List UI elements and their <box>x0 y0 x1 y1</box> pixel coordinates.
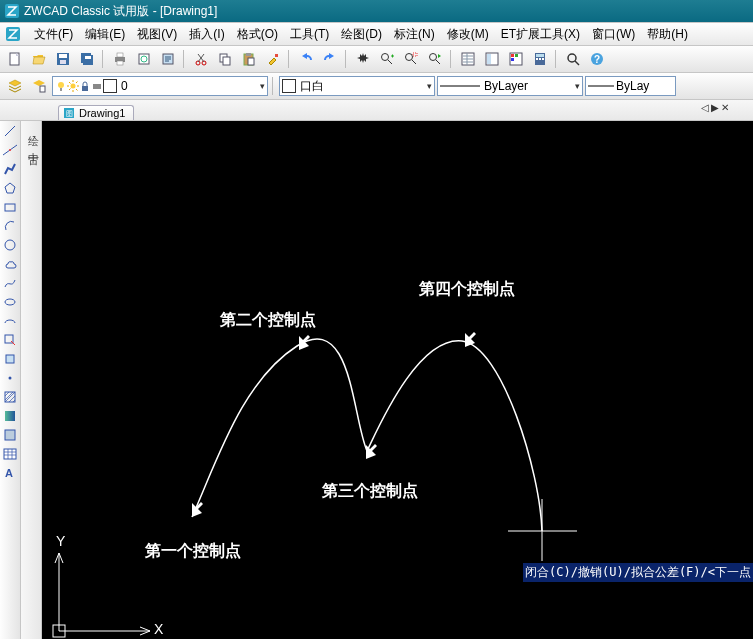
spline-icon[interactable] <box>2 275 18 291</box>
svg-rect-20 <box>246 53 251 56</box>
separator <box>288 50 291 68</box>
svg-point-43 <box>58 82 64 88</box>
svg-rect-4 <box>59 54 67 58</box>
revcloud-icon[interactable] <box>2 256 18 272</box>
svg-rect-42 <box>40 86 45 92</box>
table-icon[interactable] <box>2 446 18 462</box>
circle-icon[interactable] <box>2 237 18 253</box>
undo-icon[interactable] <box>295 48 317 70</box>
polygon-icon[interactable] <box>2 180 18 196</box>
xline-icon[interactable] <box>2 142 18 158</box>
drawing-canvas[interactable]: 第一个控制点 第二个控制点 第三个控制点 第四个控制点 Y X 闭合(C)/撤销… <box>42 121 753 639</box>
preview-icon[interactable] <box>133 48 155 70</box>
svg-rect-37 <box>539 58 541 60</box>
label-cp4: 第四个控制点 <box>419 279 515 300</box>
publish-icon[interactable] <box>157 48 179 70</box>
label-cp2: 第二个控制点 <box>220 310 316 331</box>
menu-tools[interactable]: 工具(T) <box>284 24 335 45</box>
menu-insert[interactable]: 插入(I) <box>183 24 230 45</box>
tab-next-icon[interactable]: ▶ <box>711 102 719 113</box>
arc-icon[interactable] <box>2 218 18 234</box>
properties-icon[interactable] <box>457 48 479 70</box>
ellipse-icon[interactable] <box>2 294 18 310</box>
svg-text:?: ? <box>594 54 600 65</box>
rectangle-icon[interactable] <box>2 199 18 215</box>
zoom-realtime-icon[interactable] <box>376 48 398 70</box>
cut-icon[interactable] <box>190 48 212 70</box>
menu-help[interactable]: 帮助(H) <box>641 24 694 45</box>
layer-combo[interactable]: 0 ▾ <box>52 76 268 96</box>
insert-icon[interactable] <box>2 332 18 348</box>
window-title: ZWCAD Classic 试用版 - [Drawing1] <box>24 3 217 20</box>
separator <box>272 77 275 95</box>
hatch-icon[interactable] <box>2 389 18 405</box>
layer-toolbar: 0 ▾ 口白 ▾ ByLayer ▾ ByLay <box>0 73 753 100</box>
copy-icon[interactable] <box>214 48 236 70</box>
svg-point-62 <box>9 377 12 380</box>
ellipsearc-icon[interactable] <box>2 313 18 329</box>
svg-point-24 <box>406 54 413 61</box>
svg-point-45 <box>71 84 76 89</box>
app-logo-icon <box>4 3 20 19</box>
axis-x-label: X <box>154 621 163 637</box>
zoom-window-icon[interactable] <box>400 48 422 70</box>
gradient-icon[interactable] <box>2 408 18 424</box>
region-icon[interactable] <box>2 427 18 443</box>
open-icon[interactable] <box>28 48 50 70</box>
menu-et[interactable]: ET扩展工具(X) <box>495 24 586 45</box>
toolpalette-icon[interactable] <box>505 48 527 70</box>
redo-icon[interactable] <box>319 48 341 70</box>
axis-y-label: Y <box>56 533 65 549</box>
menu-format[interactable]: 格式(O) <box>231 24 284 45</box>
menu-modify[interactable]: 修改(M) <box>441 24 495 45</box>
layerstate-icon[interactable] <box>28 75 50 97</box>
tab-close-icon[interactable]: ✕ <box>721 102 729 113</box>
help-icon[interactable]: ? <box>586 48 608 70</box>
svg-rect-66 <box>4 449 16 459</box>
pline-icon[interactable] <box>2 161 18 177</box>
svg-rect-5 <box>60 60 66 64</box>
mtext-icon[interactable]: A <box>2 465 18 481</box>
svg-rect-61 <box>6 355 14 363</box>
doc-tab[interactable]: 图 Drawing1 <box>58 105 134 120</box>
tab-prev-icon[interactable]: ◁ <box>701 102 709 113</box>
designcenter-icon[interactable] <box>481 48 503 70</box>
linetype-combo[interactable]: ByLayer ▾ <box>437 76 583 96</box>
layermgr-icon[interactable] <box>4 75 26 97</box>
menu-file[interactable]: 文件(F) <box>28 24 79 45</box>
new-icon[interactable] <box>4 48 26 70</box>
svg-rect-18 <box>223 57 230 65</box>
svg-rect-25 <box>413 53 417 56</box>
save-icon[interactable] <box>52 48 74 70</box>
menu-draw[interactable]: 绘图(D) <box>335 24 388 45</box>
print-icon[interactable] <box>109 48 131 70</box>
paste-icon[interactable] <box>238 48 260 70</box>
menu-window[interactable]: 窗口(W) <box>586 24 641 45</box>
menu-edit[interactable]: 编辑(E) <box>79 24 131 45</box>
svg-rect-35 <box>536 54 544 57</box>
label-cp1: 第一个控制点 <box>145 541 241 562</box>
svg-point-59 <box>5 299 15 305</box>
plot-icon <box>91 80 103 92</box>
separator <box>183 50 186 68</box>
pan-icon[interactable] <box>352 48 374 70</box>
svg-rect-32 <box>515 54 518 57</box>
chevron-down-icon: ▾ <box>423 81 432 91</box>
menu-view[interactable]: 视图(V) <box>131 24 183 45</box>
color-combo[interactable]: 口白 ▾ <box>279 76 435 96</box>
svg-rect-46 <box>82 86 88 91</box>
block-icon[interactable] <box>2 351 18 367</box>
point-icon[interactable] <box>2 370 18 386</box>
zoom-prev-icon[interactable] <box>424 48 446 70</box>
matchprop-icon[interactable] <box>262 48 284 70</box>
svg-marker-56 <box>5 183 15 193</box>
zoom-icon[interactable] <box>562 48 584 70</box>
line-icon[interactable] <box>2 123 18 139</box>
saveall-icon[interactable] <box>76 48 98 70</box>
app-menu-icon <box>4 25 22 43</box>
svg-rect-29 <box>487 54 491 64</box>
menu-dim[interactable]: 标注(N) <box>388 24 441 45</box>
lineweight-combo[interactable]: ByLay <box>585 76 676 96</box>
calculator-icon[interactable] <box>529 48 551 70</box>
work-area: A 绘-中古 <box>0 121 753 639</box>
